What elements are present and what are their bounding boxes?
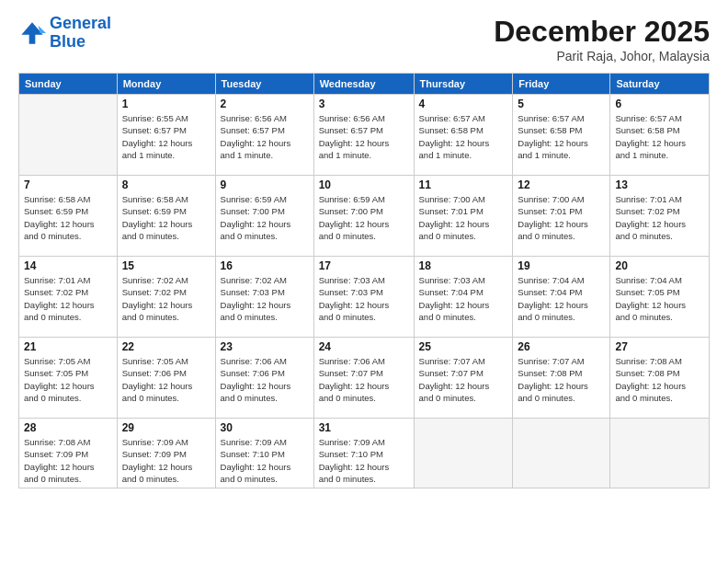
calendar: Sunday Monday Tuesday Wednesday Thursday… <box>18 73 710 488</box>
day-number: 22 <box>122 340 210 353</box>
col-monday: Monday <box>117 74 215 95</box>
day-number: 24 <box>319 340 409 353</box>
day-number: 29 <box>122 421 210 434</box>
day-number: 26 <box>518 340 605 353</box>
day-number: 17 <box>319 259 409 272</box>
day-info: Sunrise: 7:09 AM Sunset: 7:10 PM Dayligh… <box>319 436 409 485</box>
day-info: Sunrise: 6:59 AM Sunset: 7:00 PM Dayligh… <box>319 193 409 242</box>
logo-icon <box>18 19 46 47</box>
day-info: Sunrise: 7:00 AM Sunset: 7:01 PM Dayligh… <box>518 193 605 242</box>
day-number: 14 <box>24 259 112 272</box>
day-number: 21 <box>24 340 112 353</box>
day-info: Sunrise: 6:57 AM Sunset: 6:58 PM Dayligh… <box>615 112 704 161</box>
calendar-week-row: 28Sunrise: 7:08 AM Sunset: 7:09 PM Dayli… <box>19 419 710 488</box>
table-row: 29Sunrise: 7:09 AM Sunset: 7:09 PM Dayli… <box>117 419 215 488</box>
logo-text: General Blue <box>50 15 111 52</box>
table-row: 9Sunrise: 6:59 AM Sunset: 7:00 PM Daylig… <box>215 176 313 257</box>
day-info: Sunrise: 6:57 AM Sunset: 6:58 PM Dayligh… <box>419 112 508 161</box>
day-number: 30 <box>221 421 309 434</box>
table-row: 31Sunrise: 7:09 AM Sunset: 7:10 PM Dayli… <box>313 419 414 488</box>
day-number: 15 <box>122 259 210 272</box>
day-number: 4 <box>419 98 508 110</box>
table-row: 10Sunrise: 6:59 AM Sunset: 7:00 PM Dayli… <box>313 176 414 257</box>
table-row: 2Sunrise: 6:56 AM Sunset: 6:57 PM Daylig… <box>215 95 313 176</box>
table-row: 21Sunrise: 7:05 AM Sunset: 7:05 PM Dayli… <box>19 338 118 419</box>
table-row: 20Sunrise: 7:04 AM Sunset: 7:05 PM Dayli… <box>610 257 710 338</box>
table-row: 19Sunrise: 7:04 AM Sunset: 7:04 PM Dayli… <box>513 257 610 338</box>
day-number: 1 <box>122 98 210 110</box>
calendar-week-row: 14Sunrise: 7:01 AM Sunset: 7:02 PM Dayli… <box>19 257 710 338</box>
day-info: Sunrise: 7:02 AM Sunset: 7:02 PM Dayligh… <box>122 274 210 323</box>
table-row: 28Sunrise: 7:08 AM Sunset: 7:09 PM Dayli… <box>19 419 118 488</box>
col-thursday: Thursday <box>414 74 513 95</box>
day-number: 12 <box>518 178 605 191</box>
table-row: 30Sunrise: 7:09 AM Sunset: 7:10 PM Dayli… <box>215 419 313 488</box>
day-number: 20 <box>615 259 704 272</box>
col-friday: Friday <box>513 74 610 95</box>
day-info: Sunrise: 7:08 AM Sunset: 7:09 PM Dayligh… <box>24 436 112 485</box>
table-row: 8Sunrise: 6:58 AM Sunset: 6:59 PM Daylig… <box>117 176 215 257</box>
table-row: 16Sunrise: 7:02 AM Sunset: 7:03 PM Dayli… <box>215 257 313 338</box>
day-number: 27 <box>615 340 704 353</box>
day-number: 5 <box>518 98 605 110</box>
day-info: Sunrise: 6:58 AM Sunset: 6:59 PM Dayligh… <box>24 193 112 242</box>
logo: General Blue <box>18 15 111 52</box>
table-row: 17Sunrise: 7:03 AM Sunset: 7:03 PM Dayli… <box>313 257 414 338</box>
day-info: Sunrise: 7:04 AM Sunset: 7:04 PM Dayligh… <box>518 274 605 323</box>
table-row: 1Sunrise: 6:55 AM Sunset: 6:57 PM Daylig… <box>117 95 215 176</box>
day-number: 2 <box>221 98 309 110</box>
col-saturday: Saturday <box>610 74 710 95</box>
day-info: Sunrise: 6:59 AM Sunset: 7:00 PM Dayligh… <box>221 193 309 242</box>
day-info: Sunrise: 6:55 AM Sunset: 6:57 PM Dayligh… <box>122 112 210 161</box>
table-row: 7Sunrise: 6:58 AM Sunset: 6:59 PM Daylig… <box>19 176 118 257</box>
table-row: 4Sunrise: 6:57 AM Sunset: 6:58 PM Daylig… <box>414 95 513 176</box>
table-row <box>513 419 610 488</box>
table-row: 26Sunrise: 7:07 AM Sunset: 7:08 PM Dayli… <box>513 338 610 419</box>
day-number: 19 <box>518 259 605 272</box>
day-number: 9 <box>221 178 309 191</box>
day-number: 11 <box>419 178 508 191</box>
day-info: Sunrise: 7:03 AM Sunset: 7:03 PM Dayligh… <box>319 274 409 323</box>
day-info: Sunrise: 7:07 AM Sunset: 7:07 PM Dayligh… <box>419 355 508 404</box>
col-tuesday: Tuesday <box>215 74 313 95</box>
day-number: 31 <box>319 421 409 434</box>
day-number: 6 <box>615 98 704 110</box>
day-info: Sunrise: 7:05 AM Sunset: 7:05 PM Dayligh… <box>24 355 112 404</box>
day-info: Sunrise: 7:04 AM Sunset: 7:05 PM Dayligh… <box>615 274 704 323</box>
table-row <box>19 95 118 176</box>
table-row: 25Sunrise: 7:07 AM Sunset: 7:07 PM Dayli… <box>414 338 513 419</box>
day-info: Sunrise: 7:08 AM Sunset: 7:08 PM Dayligh… <box>615 355 704 404</box>
day-info: Sunrise: 7:05 AM Sunset: 7:06 PM Dayligh… <box>122 355 210 404</box>
day-info: Sunrise: 6:56 AM Sunset: 6:57 PM Dayligh… <box>221 112 309 161</box>
day-info: Sunrise: 6:58 AM Sunset: 6:59 PM Dayligh… <box>122 193 210 242</box>
day-info: Sunrise: 7:01 AM Sunset: 7:02 PM Dayligh… <box>24 274 112 323</box>
day-number: 25 <box>419 340 508 353</box>
day-number: 16 <box>221 259 309 272</box>
table-row: 18Sunrise: 7:03 AM Sunset: 7:04 PM Dayli… <box>414 257 513 338</box>
page: General Blue December 2025 Parit Raja, J… <box>0 0 728 563</box>
day-number: 18 <box>419 259 508 272</box>
day-info: Sunrise: 6:56 AM Sunset: 6:57 PM Dayligh… <box>319 112 409 161</box>
table-row <box>610 419 710 488</box>
col-wednesday: Wednesday <box>313 74 414 95</box>
table-row: 22Sunrise: 7:05 AM Sunset: 7:06 PM Dayli… <box>117 338 215 419</box>
day-number: 10 <box>319 178 409 191</box>
table-row: 27Sunrise: 7:08 AM Sunset: 7:08 PM Dayli… <box>610 338 710 419</box>
table-row <box>414 419 513 488</box>
day-info: Sunrise: 7:01 AM Sunset: 7:02 PM Dayligh… <box>615 193 704 242</box>
title-block: December 2025 Parit Raja, Johor, Malaysi… <box>494 15 710 63</box>
table-row: 14Sunrise: 7:01 AM Sunset: 7:02 PM Dayli… <box>19 257 118 338</box>
day-info: Sunrise: 6:57 AM Sunset: 6:58 PM Dayligh… <box>518 112 605 161</box>
location: Parit Raja, Johor, Malaysia <box>494 49 710 63</box>
table-row: 6Sunrise: 6:57 AM Sunset: 6:58 PM Daylig… <box>610 95 710 176</box>
day-number: 8 <box>122 178 210 191</box>
day-number: 28 <box>24 421 112 434</box>
day-info: Sunrise: 7:06 AM Sunset: 7:06 PM Dayligh… <box>221 355 309 404</box>
calendar-week-row: 21Sunrise: 7:05 AM Sunset: 7:05 PM Dayli… <box>19 338 710 419</box>
table-row: 12Sunrise: 7:00 AM Sunset: 7:01 PM Dayli… <box>513 176 610 257</box>
day-number: 13 <box>615 178 704 191</box>
table-row: 3Sunrise: 6:56 AM Sunset: 6:57 PM Daylig… <box>313 95 414 176</box>
day-info: Sunrise: 7:00 AM Sunset: 7:01 PM Dayligh… <box>419 193 508 242</box>
day-number: 7 <box>24 178 112 191</box>
calendar-week-row: 1Sunrise: 6:55 AM Sunset: 6:57 PM Daylig… <box>19 95 710 176</box>
